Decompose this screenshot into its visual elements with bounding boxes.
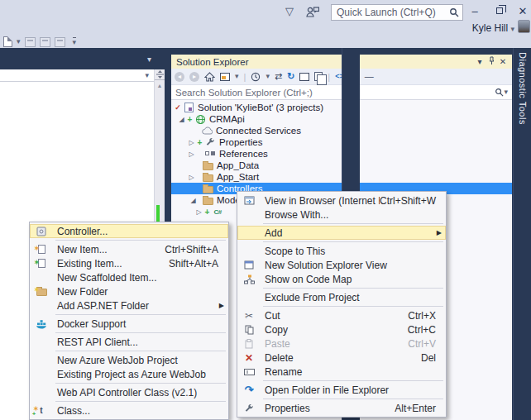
new-folder-icon: ✶ bbox=[30, 287, 53, 296]
added-status-icon: + bbox=[186, 115, 194, 124]
titlebar: ▽ Quick Launch (Ctrl+Q) – ✕ Kyle Hill ▾ … bbox=[0, 0, 531, 48]
collapsed-arrow-icon[interactable]: ▷ bbox=[187, 139, 196, 146]
main-toolbar: ▾ ▾ bbox=[3, 36, 76, 47]
splitter-handle-icon[interactable] bbox=[155, 69, 165, 80]
document-well-dropdown-icon[interactable]: ▾ bbox=[147, 55, 151, 64]
collapsed-arrow-icon[interactable]: ▷ bbox=[194, 208, 203, 216]
submenu-arrow-icon: ▶ bbox=[437, 229, 442, 236]
close-button[interactable]: ✕ bbox=[514, 2, 531, 20]
scroll-up-icon[interactable]: ▲ bbox=[155, 80, 165, 90]
quick-launch-input[interactable]: Quick Launch (Ctrl+Q) bbox=[331, 4, 463, 21]
menu-item-new-azure-webjob-project[interactable]: New Azure WebJob Project bbox=[30, 353, 228, 367]
paste-icon bbox=[237, 339, 261, 349]
navbar-dropdown-icon[interactable]: ▾ bbox=[145, 71, 149, 79]
menu-item-rename[interactable]: Rename bbox=[237, 365, 446, 379]
folder-icon bbox=[201, 196, 214, 205]
toolbar-overflow-icon[interactable]: ▾ bbox=[73, 37, 77, 46]
menu-item-exclude-from-project[interactable]: Exclude From Project bbox=[237, 290, 446, 304]
controller-icon bbox=[30, 227, 53, 236]
menu-item-view-in-browser[interactable]: View in Browser (Internet Explorer) Ctrl… bbox=[237, 193, 446, 208]
web-project-icon bbox=[194, 114, 207, 125]
menu-item-existing-project-as-azure-webjob[interactable]: Existing Project as Azure WebJob bbox=[30, 367, 228, 381]
menu-item-new-scaffolded-item[interactable]: New Scaffolded Item... bbox=[30, 270, 228, 284]
menu-item-open-folder-in-file-explorer[interactable]: ↷ Open Folder in File Explorer bbox=[237, 383, 446, 397]
menu-item-add[interactable]: Add ▶ bbox=[237, 226, 446, 240]
menu-item-copy[interactable]: Copy Ctrl+C bbox=[237, 322, 446, 336]
new-file-dropdown-icon[interactable]: ▾ bbox=[17, 38, 21, 45]
expanded-arrow-icon[interactable]: ◢ bbox=[177, 116, 186, 123]
menu-separator bbox=[263, 241, 443, 242]
menu-item-new-item[interactable]: ✶ New Item... Ctrl+Shift+A bbox=[30, 242, 228, 256]
pending-changes-filter-icon[interactable] bbox=[251, 72, 261, 82]
checked-out-icon: ✓ bbox=[174, 103, 182, 112]
browser-icon bbox=[237, 196, 261, 206]
collapsed-arrow-icon[interactable]: ▷ bbox=[187, 174, 196, 181]
menu-item-paste: Paste Ctrl+V bbox=[237, 336, 446, 351]
restore-button[interactable] bbox=[491, 2, 508, 20]
menu-item-class[interactable]: t ✶ + Class... bbox=[30, 403, 228, 418]
menu-item-add-aspnet-folder[interactable]: Add ASP.NET Folder ▶ bbox=[30, 298, 228, 313]
expanded-arrow-icon[interactable]: ◢ bbox=[189, 197, 198, 204]
sync-icon[interactable]: ⇄ bbox=[275, 72, 282, 81]
class-icon: t ✶ + bbox=[30, 406, 53, 415]
save-all-icon[interactable] bbox=[55, 37, 65, 47]
menu-item-delete[interactable]: ✕ Delete Del bbox=[237, 351, 446, 365]
avatar[interactable] bbox=[518, 20, 530, 33]
menu-item-show-on-code-map[interactable]: Show on Code Map bbox=[237, 272, 446, 286]
filter-dropdown-icon[interactable]: ▾ bbox=[266, 73, 270, 80]
existing-item-icon: ✶ bbox=[30, 259, 53, 268]
added-status-icon: + bbox=[196, 138, 203, 147]
open-folder-icon: ↷ bbox=[237, 384, 261, 395]
rename-icon bbox=[237, 368, 261, 376]
switch-views-dropdown-icon[interactable]: ▾ bbox=[235, 73, 239, 80]
pin-icon[interactable] bbox=[486, 56, 497, 67]
menu-item-properties[interactable]: Properties Alt+Enter bbox=[237, 401, 446, 415]
search-dropdown-icon[interactable]: ▾ bbox=[504, 88, 508, 96]
open-file-icon[interactable] bbox=[25, 37, 36, 47]
context-menu: View in Browser (Internet Explorer) Ctrl… bbox=[237, 191, 447, 418]
collapse-all-icon[interactable] bbox=[299, 73, 309, 81]
folder-icon bbox=[201, 161, 214, 170]
menu-item-rest-api-client[interactable]: REST API Client... bbox=[30, 335, 228, 349]
menu-item-docker-support[interactable]: Docker Support bbox=[30, 317, 228, 331]
preview-selected-icon[interactable]: — bbox=[365, 72, 374, 81]
search-icon bbox=[449, 7, 459, 17]
docker-icon bbox=[30, 319, 53, 329]
user-menu[interactable]: Kyle Hill ▾ bbox=[450, 22, 514, 34]
refresh-icon[interactable]: ↻ bbox=[287, 72, 294, 81]
switch-views-icon[interactable] bbox=[220, 73, 230, 81]
editor-navigation-bar[interactable]: ▾ bbox=[0, 69, 154, 82]
feedback-icon[interactable] bbox=[306, 6, 319, 17]
menu-item-cut[interactable]: ✂ Cut Ctrl+X bbox=[237, 308, 446, 322]
home-icon[interactable] bbox=[204, 72, 215, 82]
csharp-file-icon: C# bbox=[211, 208, 224, 216]
menu-item-existing-item[interactable]: ✶ Existing Item... Shift+Alt+A bbox=[30, 256, 228, 270]
menu-item-new-folder[interactable]: ✶ New Folder bbox=[30, 284, 228, 298]
collapsed-arrow-icon[interactable]: ▷ bbox=[187, 150, 196, 158]
menu-separator bbox=[263, 223, 443, 224]
menu-separator bbox=[263, 380, 443, 381]
menu-separator bbox=[55, 332, 226, 333]
back-icon[interactable]: ◂ bbox=[175, 72, 184, 82]
menu-item-browse-with[interactable]: Browse With... bbox=[237, 208, 446, 222]
show-all-files-icon[interactable] bbox=[314, 72, 323, 81]
save-icon[interactable] bbox=[40, 37, 50, 47]
menu-item-web-api-controller-class[interactable]: Web API Controller Class (v2.1) bbox=[30, 385, 228, 399]
solution-icon bbox=[182, 103, 195, 112]
submenu-arrow-icon: ▶ bbox=[219, 302, 224, 309]
menu-item-scope-to-this[interactable]: Scope to This bbox=[237, 244, 446, 258]
menu-item-new-solution-explorer-view[interactable]: New Solution Explorer View bbox=[237, 258, 446, 272]
window-position-icon[interactable]: ▾ bbox=[474, 57, 486, 66]
menu-item-controller[interactable]: Controller... bbox=[30, 224, 228, 238]
new-file-icon[interactable] bbox=[3, 36, 12, 47]
close-panel-icon[interactable]: ✕ bbox=[497, 57, 509, 66]
code-map-icon bbox=[237, 274, 261, 284]
forward-icon[interactable]: ▸ bbox=[189, 72, 199, 82]
added-status-icon: + bbox=[203, 208, 211, 217]
tab-diagnostic-tools[interactable]: Diagnostic Tools bbox=[513, 48, 531, 420]
add-submenu: Controller... ✶ New Item... Ctrl+Shift+A… bbox=[29, 222, 229, 420]
restore-icon bbox=[496, 7, 503, 14]
minimize-button[interactable]: – bbox=[466, 2, 483, 20]
properties-wrench-icon bbox=[203, 137, 217, 147]
notifications-icon[interactable]: ▽ bbox=[285, 5, 294, 17]
